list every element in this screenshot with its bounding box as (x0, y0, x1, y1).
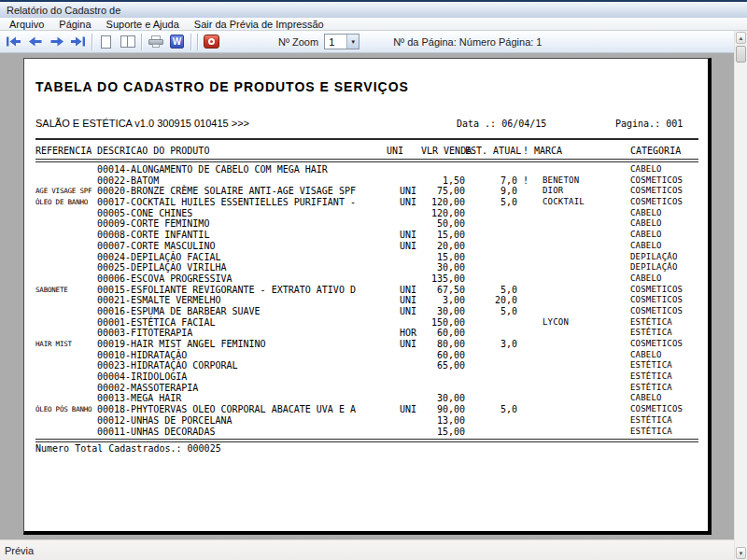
scroll-down-button[interactable]: ▼ (736, 547, 746, 559)
cell-vlr-venda: 120,00 (421, 208, 465, 219)
col-header-vlr-venda: VLR VENDA (421, 146, 465, 157)
cell-referencia: AGE VISAGE SPF (35, 186, 97, 197)
vertical-scrollbar[interactable]: ▲ ▼ (734, 31, 747, 560)
cell-descricao: 00011-UNHAS DECORADAS (97, 427, 387, 438)
cell-uni (387, 360, 421, 371)
cell-referencia: ÓLEO PÓS BANHO (35, 404, 97, 415)
cell-marca (534, 252, 630, 263)
cell-referencia: HAIR MIST (35, 339, 97, 350)
cell-alerta (517, 350, 534, 361)
table-row: 00001-ESTÉTICA FACIAL 150,00 LYCON ESTÉT… (35, 317, 698, 329)
scroll-up-button[interactable]: ▲ (736, 32, 746, 44)
cell-marca (534, 295, 630, 306)
status-text: Prévia (5, 545, 34, 556)
single-page-view-button[interactable] (95, 33, 117, 51)
cell-est-atual (465, 230, 517, 241)
table-row: 00010-HIDRATAÇÃO 60,00 CABELO (35, 350, 698, 361)
two-page-view-button[interactable] (117, 33, 138, 51)
cell-alerta (517, 371, 534, 383)
cell-est-atual: 5,0 (465, 197, 517, 208)
cell-referencia (35, 383, 97, 394)
cell-alerta (517, 306, 534, 317)
cell-alerta (517, 285, 534, 296)
menu-suporte-e-ajuda[interactable]: Suporte e Ajuda (99, 18, 187, 31)
table-row: 00014-ALONGAMENTO DE CABELO COM MEGA HAI… (35, 164, 698, 175)
page-number-info: Nº da Página: Número Página: 1 (393, 36, 542, 48)
cell-vlr-venda: 60,00 (421, 350, 465, 361)
cell-categoria: CABELO (630, 164, 698, 175)
col-header-descricao: DESCRICAO DO PRODUTO (97, 146, 387, 157)
cell-alerta (517, 328, 534, 339)
cell-vlr-venda: 15,00 (421, 252, 465, 263)
cell-categoria: CABELO (630, 393, 698, 404)
table-row: 00006-ESCOVA PROGRESSIVA 135,00 CABELO (35, 273, 698, 285)
cell-categoria: COSMETICOS (630, 197, 698, 208)
cell-categoria: CABELO (630, 230, 698, 241)
cell-est-atual (465, 252, 517, 263)
table-row: 00021-ESMALTE VERMELHO UNI 3,00 20,0 COS… (35, 295, 698, 306)
zoom-select[interactable]: 1 ▼ (324, 34, 359, 49)
header-rule (35, 138, 698, 140)
table-row: 00016-ESPUMA DE BARBEAR SUAVE UNI 30,00 … (35, 306, 698, 317)
cell-referencia (35, 393, 97, 404)
table-row: 00009-CORTE FEMINIMO 50,00 CABELO (35, 218, 698, 230)
exit-preview-button[interactable] (201, 33, 222, 51)
cell-uni (387, 350, 421, 361)
first-page-button[interactable] (3, 33, 24, 51)
table-row: 00025-DEPILAÇÃO VIRILHA 30,00 DEPILAÇÃO (35, 262, 698, 273)
menu-pagina[interactable]: Página (51, 18, 98, 31)
cell-categoria: COSMETICOS (630, 285, 698, 296)
table-row: 00004-IRIDOLOGIA ESTÉTICA (35, 371, 698, 383)
cell-descricao: 00007-CORTE MASCULINO (97, 241, 387, 252)
last-page-button[interactable] (67, 33, 89, 51)
print-button[interactable] (145, 33, 166, 51)
cell-referencia (35, 295, 97, 306)
cell-marca: DIOR (534, 186, 630, 197)
cell-categoria: COSMETICOS (630, 175, 698, 187)
cell-descricao: 00018-PHYTOERVAS OLEO CORPORAL ABACATE U… (97, 404, 387, 415)
cell-marca (534, 415, 630, 427)
menu-sair-da-previa[interactable]: Sair da Prévia de Impressão (187, 18, 331, 31)
cell-uni (387, 218, 421, 230)
cell-descricao: 00021-ESMALTE VERMELHO (97, 295, 387, 306)
cell-est-atual: 5,0 (465, 285, 517, 296)
menu-arquivo[interactable]: Arquivo (2, 18, 51, 31)
cell-marca (534, 218, 630, 230)
cell-alerta (517, 317, 534, 329)
preview-area: TABELA DO CADASTRO DE PRODUTOS E SERVIÇO… (0, 53, 734, 539)
report-title: TABELA DO CADASTRO DE PRODUTOS E SERVIÇO… (35, 79, 409, 94)
cell-marca (534, 350, 630, 361)
toolbar-separator (190, 34, 191, 50)
cell-marca (534, 371, 630, 383)
cell-descricao: 00016-ESPUMA DE BARBEAR SUAVE (97, 306, 387, 317)
cell-vlr-venda: 15,00 (421, 230, 465, 241)
cell-categoria: ESTÉTICA (630, 317, 698, 329)
report-table-body: 00014-ALONGAMENTO DE CABELO COM MEGA HAI… (35, 164, 698, 437)
cell-uni (387, 427, 421, 438)
cell-vlr-venda (421, 383, 465, 394)
zoom-dropdown-arrow-icon[interactable]: ▼ (346, 35, 359, 49)
cell-referencia (35, 208, 97, 219)
export-word-button[interactable]: W (166, 33, 188, 51)
cell-uni: UNI (387, 295, 421, 306)
cell-descricao: 00017-COCKTAIL HUILES ESSENTIELLES PURIF… (97, 197, 387, 208)
cell-vlr-venda: 30,00 (421, 306, 465, 317)
next-page-button[interactable] (46, 33, 67, 51)
previous-page-button[interactable] (24, 33, 46, 51)
cell-uni: UNI (387, 339, 421, 350)
cell-descricao: 00020-BRONZE CRÈME SOLAIRE ANTI-AGE VISA… (97, 186, 387, 197)
cell-referencia (35, 241, 97, 252)
cell-marca: BENETON (534, 175, 630, 187)
cell-vlr-venda: 135,00 (421, 273, 465, 285)
cell-est-atual: 5,0 (465, 404, 517, 415)
cell-descricao: 00013-MEGA HAIR (97, 393, 387, 404)
cell-uni: UNI (387, 197, 421, 208)
cell-est-atual: 3,0 (465, 339, 517, 350)
cell-marca: COCKTAIL (534, 197, 630, 208)
cell-est-atual (465, 427, 517, 438)
cell-alerta (517, 339, 534, 350)
cell-uni (387, 393, 421, 404)
scrollbar-thumb[interactable] (736, 46, 746, 63)
cell-referencia (35, 252, 97, 263)
cell-referencia (35, 427, 97, 438)
